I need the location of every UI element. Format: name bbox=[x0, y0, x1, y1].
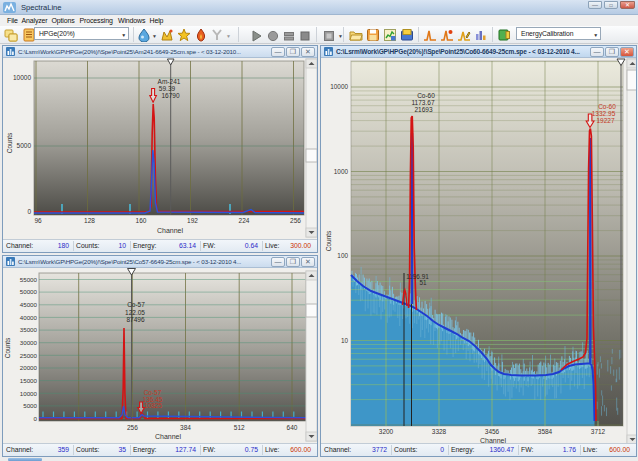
svg-text:5000: 5000 bbox=[17, 142, 32, 149]
svg-text:Am-241: Am-241 bbox=[158, 78, 181, 85]
svg-text:3200: 3200 bbox=[379, 428, 394, 435]
svg-text:224: 224 bbox=[239, 217, 250, 224]
svg-text:Channel: Channel bbox=[157, 227, 184, 234]
svg-text:45000: 45000 bbox=[20, 301, 38, 308]
svg-text:25000: 25000 bbox=[20, 352, 38, 359]
svg-text:10: 10 bbox=[341, 337, 349, 344]
svg-text:3456: 3456 bbox=[485, 428, 500, 435]
svg-text:21693: 21693 bbox=[414, 106, 432, 113]
svg-text:1173.67: 1173.67 bbox=[411, 99, 434, 106]
svg-text:51: 51 bbox=[419, 279, 427, 286]
svg-text:16790: 16790 bbox=[161, 92, 179, 99]
svg-text:Co-57: Co-57 bbox=[127, 301, 145, 308]
svg-text:3712: 3712 bbox=[591, 428, 606, 435]
svg-text:Counts: Counts bbox=[325, 230, 332, 251]
svg-text:Co-60: Co-60 bbox=[417, 92, 435, 99]
svg-text:Counts: Counts bbox=[4, 337, 11, 358]
svg-text:40000: 40000 bbox=[20, 314, 38, 321]
svg-text:87496: 87496 bbox=[126, 316, 144, 323]
svg-text:96: 96 bbox=[34, 217, 42, 224]
svg-text:0: 0 bbox=[34, 415, 38, 422]
svg-text:384: 384 bbox=[180, 424, 191, 431]
svg-text:3584: 3584 bbox=[538, 428, 553, 435]
svg-text:20000: 20000 bbox=[20, 364, 38, 371]
svg-text:1000: 1000 bbox=[334, 168, 349, 175]
svg-text:640: 640 bbox=[287, 424, 298, 431]
svg-text:Co-60: Co-60 bbox=[598, 103, 616, 110]
svg-text:10000: 10000 bbox=[20, 390, 38, 397]
svg-text:10825: 10825 bbox=[144, 402, 162, 409]
svg-text:192: 192 bbox=[187, 217, 198, 224]
svg-text:30000: 30000 bbox=[20, 339, 38, 346]
svg-text:50000: 50000 bbox=[20, 288, 38, 295]
svg-text:0: 0 bbox=[27, 208, 31, 215]
svg-text:19227: 19227 bbox=[596, 117, 614, 124]
svg-text:5000: 5000 bbox=[23, 402, 37, 409]
svg-text:128: 128 bbox=[84, 217, 95, 224]
svg-text:Counts: Counts bbox=[6, 132, 13, 153]
svg-text:35000: 35000 bbox=[20, 326, 38, 333]
svg-text:Channel: Channel bbox=[155, 433, 182, 440]
svg-text:160: 160 bbox=[136, 217, 147, 224]
svg-text:10000: 10000 bbox=[330, 83, 348, 90]
svg-text:256: 256 bbox=[290, 217, 301, 224]
svg-text:512: 512 bbox=[234, 424, 245, 431]
svg-text:122.05: 122.05 bbox=[125, 309, 145, 316]
svg-text:55000: 55000 bbox=[20, 276, 38, 283]
svg-text:15000: 15000 bbox=[20, 377, 38, 384]
svg-text:100: 100 bbox=[337, 252, 348, 259]
svg-text:10000: 10000 bbox=[13, 74, 31, 81]
svg-text:256: 256 bbox=[127, 424, 138, 431]
svg-text:3328: 3328 bbox=[432, 428, 447, 435]
